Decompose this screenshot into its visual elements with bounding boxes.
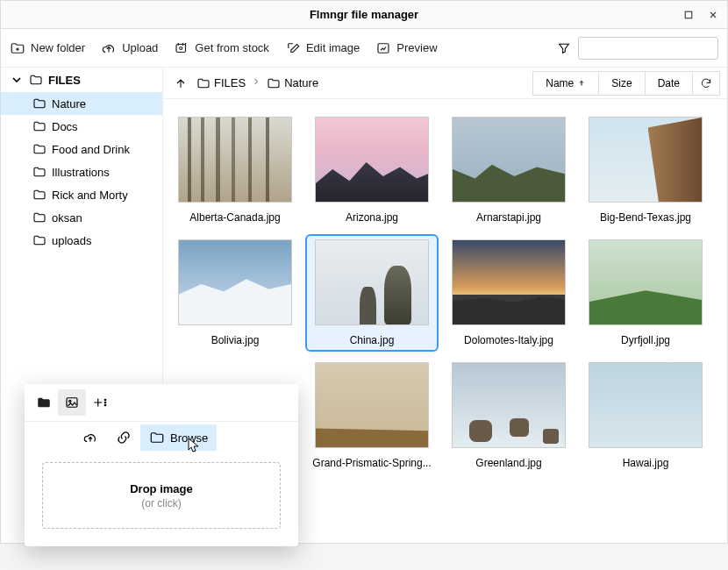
folder-icon	[29, 73, 43, 87]
sort-date-label: Date	[658, 77, 680, 89]
tree-root-label: FILES	[48, 74, 81, 87]
sidebar-item-label: Nature	[52, 97, 86, 110]
folder-icon	[196, 76, 211, 90]
dropzone[interactable]: Drop image (or click)	[42, 462, 281, 529]
window-maximize-button[interactable]	[680, 6, 697, 24]
file-thumbnail	[452, 362, 566, 448]
folder-icon	[267, 76, 281, 90]
file-item[interactable]: Dolomotes-Italy.jpg	[444, 236, 574, 350]
file-item[interactable]: Arizona.jpg	[307, 113, 437, 227]
sidebar-item-nature[interactable]: Nature	[1, 92, 162, 115]
sidebar-item-oksan[interactable]: oksan	[1, 206, 162, 229]
file-name: Bolivia.jpg	[211, 334, 260, 346]
tab-file-manager[interactable]	[30, 389, 58, 416]
file-name: Hawai.jpg	[623, 457, 669, 469]
new-folder-button[interactable]: New folder	[10, 40, 85, 56]
svg-point-5	[69, 400, 71, 402]
search-input[interactable]	[578, 37, 718, 60]
window-title: Flmngr file manager	[310, 8, 418, 21]
sort-by-date[interactable]: Date	[645, 71, 693, 96]
file-item[interactable]: Alberta-Canada.jpg	[170, 113, 300, 227]
subtab-url[interactable]	[107, 424, 140, 451]
sidebar-item-label: Illustrations	[52, 166, 110, 179]
sort-by-size[interactable]: Size	[598, 71, 645, 96]
breadcrumb-root[interactable]: FILES	[196, 76, 246, 90]
file-thumbnail	[452, 117, 566, 203]
plus-more-icon	[92, 395, 108, 410]
folder-icon	[32, 96, 46, 110]
folder-solid-icon	[36, 395, 52, 410]
svg-point-6	[104, 399, 106, 401]
tree-root[interactable]: FILES	[1, 68, 162, 92]
breadcrumb-current[interactable]: Nature	[267, 76, 318, 90]
sidebar-item-rick-and-morty[interactable]: Rick and Morty	[1, 183, 162, 206]
arrow-up-icon	[174, 76, 188, 90]
file-thumbnail	[178, 239, 292, 325]
preview-label: Preview	[396, 41, 437, 54]
stock-icon	[174, 40, 189, 56]
subtab-upload[interactable]	[74, 424, 107, 451]
upload-button[interactable]: Upload	[101, 40, 158, 56]
svg-point-7	[104, 402, 106, 403]
file-name: China.jpg	[350, 334, 395, 346]
tab-image[interactable]	[58, 389, 86, 416]
file-item[interactable]: Greenland.jpg	[444, 359, 574, 473]
file-item[interactable]: Bolivia.jpg	[170, 236, 300, 350]
file-thumbnail	[589, 239, 703, 325]
get-from-stock-button[interactable]: Get from stock	[174, 40, 269, 56]
sort-size-label: Size	[611, 77, 632, 89]
file-item[interactable]: Hawai.jpg	[581, 359, 710, 473]
refresh-icon	[700, 77, 712, 89]
file-thumbnail	[452, 239, 566, 325]
edit-image-label: Edit image	[306, 41, 360, 54]
arrow-up-icon	[577, 79, 586, 88]
sidebar-item-label: Rick and Morty	[52, 189, 128, 202]
file-thumbnail	[178, 117, 292, 203]
sidebar-item-label: Food and Drink	[52, 143, 130, 156]
sidebar-item-food-and-drink[interactable]: Food and Drink	[1, 138, 162, 160]
folder-icon	[32, 165, 46, 179]
sidebar-item-illustrations[interactable]: Illustrations	[1, 160, 162, 183]
folder-icon	[32, 119, 46, 133]
sort-by-name[interactable]: Name	[532, 71, 599, 96]
file-name: Big-Bend-Texas.jpg	[600, 211, 691, 224]
breadcrumb-current-label: Nature	[284, 76, 318, 89]
new-folder-label: New folder	[31, 41, 85, 54]
file-thumbnail	[315, 362, 429, 448]
image-icon	[64, 395, 80, 410]
sidebar-item-docs[interactable]: Docs	[1, 115, 162, 138]
sidebar-item-uploads[interactable]: uploads	[1, 229, 162, 252]
browse-label: Browse	[170, 431, 208, 445]
file-thumbnail	[315, 239, 429, 325]
svg-rect-0	[685, 11, 692, 18]
toolbar: New folder Upload Get from stock Edit im…	[1, 29, 727, 68]
sidebar-item-label: uploads	[52, 234, 92, 247]
folder-icon	[32, 233, 46, 247]
window-close-button[interactable]	[704, 6, 722, 24]
file-item[interactable]: Dyrfjoll.jpg	[581, 236, 710, 350]
sort-name-label: Name	[546, 77, 574, 89]
edit-image-icon	[285, 40, 301, 56]
subtab-browse[interactable]: Browse	[140, 424, 217, 451]
sidebar-item-label: oksan	[52, 211, 82, 224]
titlebar: Flmngr file manager	[1, 1, 727, 29]
filter-icon[interactable]	[557, 41, 571, 55]
dropzone-title: Drop image	[130, 482, 193, 495]
svg-point-2	[180, 46, 182, 49]
folder-icon	[32, 142, 46, 156]
preview-button[interactable]: Preview	[375, 40, 437, 56]
chevron-down-icon	[10, 73, 24, 87]
file-item[interactable]: China.jpg	[307, 236, 437, 350]
file-name: Greenland.jpg	[475, 457, 541, 469]
image-insert-popup: Browse Drop image (or click)	[25, 384, 298, 546]
link-icon	[116, 430, 132, 445]
file-item[interactable]: Grand-Prismatic-Spring...	[307, 359, 437, 473]
file-item[interactable]: Arnarstapi.jpg	[444, 113, 574, 227]
file-item[interactable]: Big-Bend-Texas.jpg	[581, 113, 710, 227]
file-name: Alberta-Canada.jpg	[189, 211, 280, 224]
svg-point-8	[104, 404, 106, 406]
edit-image-button[interactable]: Edit image	[285, 40, 360, 56]
tab-more[interactable]	[86, 389, 114, 416]
go-up-button[interactable]	[170, 73, 191, 94]
refresh-button[interactable]	[692, 71, 720, 96]
